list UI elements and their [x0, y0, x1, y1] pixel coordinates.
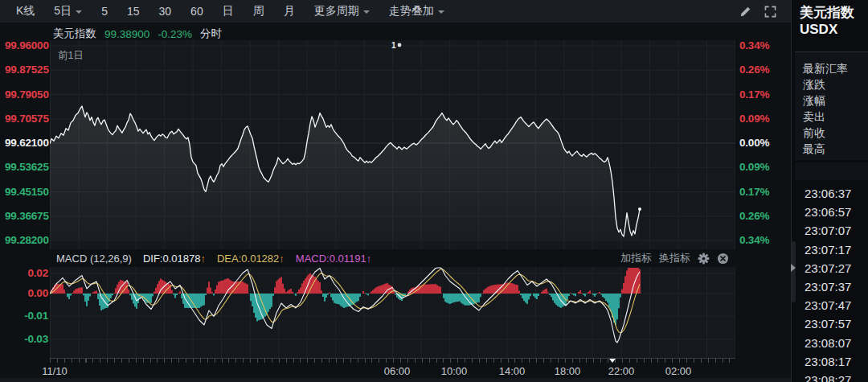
quote-field-label: 最高 [803, 142, 825, 156]
add-indicator-button[interactable]: 加指标 [620, 251, 652, 265]
toolbar-item-label: 走势叠加 [389, 4, 434, 18]
panel-scrollbar[interactable] [792, 241, 796, 302]
toolbar-item-week[interactable]: 周 [244, 4, 274, 18]
footer-strip [0, 378, 791, 382]
toolbar-item-label: K线 [16, 4, 35, 18]
tick-timestamp: 23:06:37 [805, 187, 851, 201]
toolbar-item-month[interactable]: 月 [274, 4, 305, 18]
tick-timestamp: 23:07:47 [805, 298, 851, 313]
macd-axis-label: 0.00 [5, 287, 51, 300]
toolbar-item-5min[interactable]: 5 [92, 4, 117, 18]
tick-timestamp: 23:08:17 [805, 355, 851, 369]
percent-axis-label: 0.17% [739, 88, 788, 101]
macd-axis-label: -0.03 [5, 333, 51, 346]
prev-day-label: 前1日 [58, 49, 84, 63]
trading-chart-app: K线5日5153060日周月更多周期走势叠加 美元指数 99.38900 -0.… [0, 0, 868, 382]
toolbar-item-trend-overlay[interactable]: 走势叠加 [379, 4, 454, 18]
chart-legend: 美元指数 99.38900 -0.23% 分时 [53, 27, 222, 41]
chevron-down-icon [438, 10, 444, 14]
price-axis-label: 99.36675 [5, 210, 48, 223]
legend-change-percent: -0.23% [158, 28, 192, 40]
tick-timestamp: 23:07:17 [805, 243, 851, 257]
toolbar-item-label: 15 [127, 5, 140, 18]
toolbar-item-label: 周 [253, 4, 264, 18]
chevron-down-icon [76, 10, 82, 14]
time-axis-label: 18:00 [555, 365, 581, 377]
tick-timestamp: 23:08:07 [805, 336, 851, 351]
percent-axis-label: 0.26% [739, 210, 788, 223]
percent-axis-label: 0.34% [739, 39, 788, 52]
macd-chart-pane[interactable] [50, 267, 735, 358]
toolbar-item-day[interactable]: 日 [213, 4, 244, 18]
price-axis-label: 99.62100 [5, 137, 48, 150]
legend-last-price: 99.38900 [104, 28, 149, 40]
quote-side-panel: 美元指数 USDX 最新汇率涨跌涨幅卖出前收最高23:06:3723:06:57… [791, 0, 868, 382]
time-axis-label: 14:00 [499, 365, 526, 377]
close-indicator-icon[interactable] [717, 253, 729, 265]
price-axis-label: 99.79050 [5, 88, 48, 101]
panel-instrument-code: USDX [800, 22, 837, 38]
macd-dif-value: DIF:0.01878↑ [143, 253, 206, 265]
indicator-actions: 加指标 换指标 [620, 251, 735, 265]
toolbar-item-60min[interactable]: 60 [181, 4, 213, 18]
quote-empty-row [795, 162, 868, 180]
toolbar-item-label: 5日 [54, 4, 72, 18]
period-toolbar-items: K线5日5153060日周月更多周期走势叠加 [0, 4, 454, 18]
price-axis-label: 99.28200 [5, 234, 48, 247]
time-axis-label: 11/10 [42, 365, 68, 377]
time-axis-label: 06:00 [384, 365, 411, 377]
percent-axis-label: 0.09% [739, 161, 788, 174]
price-axis-label: 99.87525 [5, 64, 48, 76]
tick-timestamp: 23:07:27 [805, 261, 851, 276]
toolbar-item-kline[interactable]: K线 [0, 4, 44, 18]
macd-dea-value: DEA:0.01282↑ [217, 253, 285, 265]
macd-title: MACD (12,26,9) [50, 253, 132, 265]
percent-axis-label: 0.09% [739, 113, 788, 125]
panel-collapse-arrow-icon[interactable] [791, 264, 796, 272]
quote-field-label: 最新汇率 [803, 61, 848, 76]
toolbar-item-label: 日 [223, 4, 234, 18]
toolbar-item-more-periods[interactable]: 更多周期 [305, 4, 379, 18]
draw-tool-icon[interactable] [739, 6, 751, 18]
current-time-marker-icon [609, 359, 616, 363]
macd-axis-label: 0.02 [5, 267, 51, 280]
toolbar-item-30min[interactable]: 30 [149, 4, 182, 18]
macd-axis-label: -0.01 [5, 310, 51, 322]
time-axis-label: 22:00 [608, 365, 635, 377]
tick-timestamp: 23:07:57 [805, 317, 851, 331]
quote-field-label: 涨幅 [803, 93, 825, 108]
period-toolbar: K线5日5153060日周月更多周期走势叠加 [0, 0, 791, 23]
time-axis-label: 10:00 [441, 365, 468, 377]
macd-legend: MACD (12,26,9) DIF:0.01878↑ DEA:0.01282↑… [50, 249, 735, 267]
toolbar-item-label: 60 [190, 5, 203, 18]
percent-axis-label: 0.00% [739, 137, 788, 150]
toolbar-item-label: 月 [284, 4, 295, 18]
legend-chart-mode[interactable]: 分时 [200, 27, 222, 41]
percent-axis-label: 0.17% [739, 186, 788, 199]
time-axis-label: 02:00 [665, 365, 692, 377]
chevron-down-icon [363, 10, 370, 14]
tick-timestamp: 23:06:57 [805, 205, 851, 220]
indicator-settings-gear-icon[interactable] [698, 253, 710, 265]
price-axis-label: 99.70575 [5, 113, 48, 125]
toolbar-item-15min[interactable]: 15 [117, 4, 149, 18]
toolbar-item-5day[interactable]: 5日 [44, 4, 92, 18]
tick-timestamp: 23:07:37 [805, 280, 851, 294]
switch-indicator-button[interactable]: 换指标 [659, 251, 690, 265]
toolbar-icons [739, 6, 791, 18]
tick-timestamp: 23:08:27 [805, 373, 851, 382]
quote-field-label: 前收 [803, 125, 825, 140]
tick-timestamp: 23:07:07 [805, 224, 851, 238]
toolbar-item-label: 30 [159, 5, 172, 18]
event-flag-icon[interactable]: 1 [391, 40, 403, 50]
panel-instrument-name: 美元指数 [800, 3, 854, 22]
legend-instrument-name: 美元指数 [53, 27, 96, 41]
svg-text:1: 1 [391, 41, 396, 50]
price-chart-pane[interactable] [50, 40, 735, 249]
toolbar-item-label: 更多周期 [314, 4, 359, 18]
price-axis-label: 99.45150 [5, 186, 48, 199]
toolbar-item-label: 5 [101, 5, 108, 18]
percent-axis-label: 0.34% [739, 234, 788, 247]
fullscreen-icon[interactable] [764, 6, 776, 18]
time-axis-ticks [50, 358, 735, 363]
